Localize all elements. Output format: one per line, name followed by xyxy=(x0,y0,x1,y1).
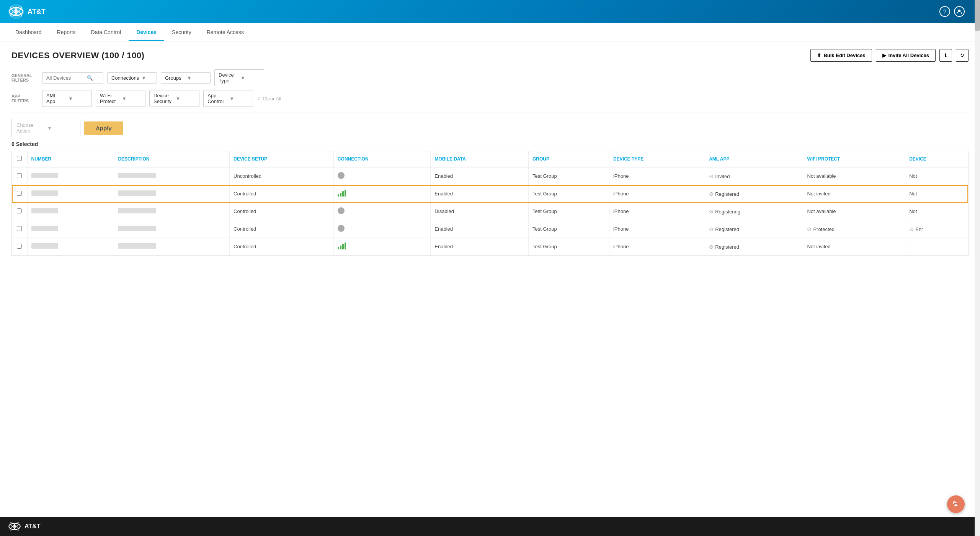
app-filters-row: APP FILTERS AML App ▼ Wi-Fi Protect ▼ De… xyxy=(11,90,969,107)
scrollbar[interactable] xyxy=(975,0,980,536)
aml-help-icon: ⊘ xyxy=(709,226,714,232)
blurred-number xyxy=(31,226,58,231)
table-row: UncontrolledEnabledTest GroupiPhone⊘Invi… xyxy=(12,167,968,185)
svg-point-9 xyxy=(13,525,16,528)
nav-security[interactable]: Security xyxy=(164,25,199,41)
nav-remote-access[interactable]: Remote Access xyxy=(199,25,252,41)
col-number[interactable]: NUMBER xyxy=(27,151,114,167)
row-checkbox-cell xyxy=(12,167,27,185)
connection-dot-icon xyxy=(338,172,345,179)
row-description xyxy=(114,220,230,238)
device-security-filter[interactable]: Device Security ▼ xyxy=(149,90,199,107)
row-checkbox[interactable] xyxy=(17,173,22,178)
devices-table-container: NUMBER DESCRIPTION DEVICE SETUP CONNECTI… xyxy=(11,151,969,256)
search-filter[interactable]: 🔍 xyxy=(42,72,103,84)
nav-data-control[interactable]: Data Control xyxy=(83,25,129,41)
col-description[interactable]: DESCRIPTION xyxy=(114,151,230,167)
nav-bar: Dashboard Reports Data Control Devices S… xyxy=(0,23,980,41)
user-button[interactable] xyxy=(954,6,965,17)
row-number xyxy=(27,203,114,220)
page-actions: ⬆ Bulk Edit Devices ▶ Invite All Devices… xyxy=(810,49,969,62)
table-row: ControlledEnabledTest GroupiPhone⊘Regist… xyxy=(12,220,968,238)
invite-all-button[interactable]: ▶ Invite All Devices xyxy=(876,49,936,62)
row-description xyxy=(114,185,230,203)
scrollbar-thumb[interactable] xyxy=(975,0,980,31)
blurred-description xyxy=(118,190,156,196)
download-button[interactable]: ⬇ xyxy=(939,49,952,62)
nav-dashboard[interactable]: Dashboard xyxy=(8,25,49,41)
device-type-filter[interactable]: Device Type ▼ xyxy=(214,69,264,86)
blurred-description xyxy=(118,226,156,231)
row-device xyxy=(905,238,968,256)
chat-bubble[interactable] xyxy=(947,495,965,513)
row-description xyxy=(114,238,230,256)
apply-button[interactable]: Apply xyxy=(84,121,123,135)
row-wifi-protect: ⊘Protected xyxy=(803,220,905,238)
col-device-type[interactable]: DEVICE TYPE xyxy=(609,151,705,167)
row-checkbox-cell xyxy=(12,220,27,238)
device-help-icon: ⊘ xyxy=(909,226,914,232)
filters-section: GENERAL FILTERS 🔍 Connections ▼ Groups ▼… xyxy=(11,69,969,107)
row-device-setup: Controlled xyxy=(230,203,334,220)
row-checkbox[interactable] xyxy=(17,191,22,196)
svg-point-4 xyxy=(15,10,18,13)
bulk-edit-button[interactable]: ⬆ Bulk Edit Devices xyxy=(810,49,872,62)
aml-help-icon: ⊘ xyxy=(709,244,714,250)
wifi-protect-chevron-icon: ▼ xyxy=(122,96,141,102)
groups-filter[interactable]: Groups ▼ xyxy=(161,72,211,84)
table-row: Controlled EnabledTest GroupiPhone⊘Regis… xyxy=(12,238,968,256)
row-group: Test Group xyxy=(529,203,609,220)
clear-all-button[interactable]: ✓ Clear All xyxy=(257,96,281,102)
blurred-number xyxy=(31,173,58,178)
row-checkbox-cell xyxy=(12,238,27,256)
row-wifi-protect: Not available xyxy=(803,167,905,185)
blurred-description xyxy=(118,243,156,249)
row-connection xyxy=(333,167,430,185)
row-device-type: iPhone xyxy=(609,238,705,256)
row-connection xyxy=(333,203,430,220)
header: AT&T ? xyxy=(0,0,980,23)
row-device-setup: Controlled xyxy=(230,185,334,203)
row-checkbox-cell xyxy=(12,203,27,220)
connection-dot-icon xyxy=(338,225,345,232)
header-icons: ? xyxy=(939,6,965,17)
aml-app-chevron-icon: ▼ xyxy=(68,96,88,102)
row-group: Test Group xyxy=(529,220,609,238)
col-connection[interactable]: CONNECTION xyxy=(333,151,430,167)
chat-icon xyxy=(951,500,960,509)
row-device: Not xyxy=(905,185,968,203)
search-input[interactable] xyxy=(46,75,85,81)
col-device-setup[interactable]: DEVICE SETUP xyxy=(230,151,334,167)
row-aml-app: ⊘Registered xyxy=(705,185,803,203)
row-wifi-protect: Not invited xyxy=(803,238,905,256)
row-number xyxy=(27,220,114,238)
col-wifi-protect[interactable]: WIFI PROTECT xyxy=(803,151,905,167)
row-checkbox[interactable] xyxy=(17,208,22,213)
app-control-filter[interactable]: App Control ▼ xyxy=(203,90,253,107)
row-checkbox[interactable] xyxy=(17,226,22,231)
connections-filter[interactable]: Connections ▼ xyxy=(107,72,157,84)
footer: AT&T xyxy=(0,517,980,536)
select-all-checkbox[interactable] xyxy=(17,156,22,161)
refresh-button[interactable]: ↻ xyxy=(956,49,969,62)
row-device-type: iPhone xyxy=(609,185,705,203)
row-mobile-data: Enabled xyxy=(431,167,529,185)
brand-logo: AT&T xyxy=(8,3,46,20)
aml-app-filter[interactable]: AML App ▼ xyxy=(42,90,92,107)
row-connection xyxy=(333,238,430,256)
nav-devices[interactable]: Devices xyxy=(129,25,164,41)
col-device[interactable]: DEVICE xyxy=(905,151,968,167)
col-mobile-data[interactable]: MOBILE DATA xyxy=(431,151,529,167)
col-aml-app[interactable]: AML APP xyxy=(705,151,803,167)
app-filters-label: APP FILTERS xyxy=(11,94,38,103)
upload-icon: ⬆ xyxy=(817,52,821,58)
wifi-protect-filter[interactable]: Wi-Fi Protect ▼ xyxy=(96,90,145,107)
help-button[interactable]: ? xyxy=(939,6,950,17)
nav-reports[interactable]: Reports xyxy=(49,25,83,41)
row-group: Test Group xyxy=(529,238,609,256)
choose-action-dropdown[interactable]: Choose Action ▼ xyxy=(11,119,80,137)
connections-chevron-icon: ▼ xyxy=(141,75,153,81)
col-group[interactable]: GROUP xyxy=(529,151,609,167)
row-checkbox[interactable] xyxy=(17,244,22,249)
row-device-setup: Controlled xyxy=(230,238,334,256)
